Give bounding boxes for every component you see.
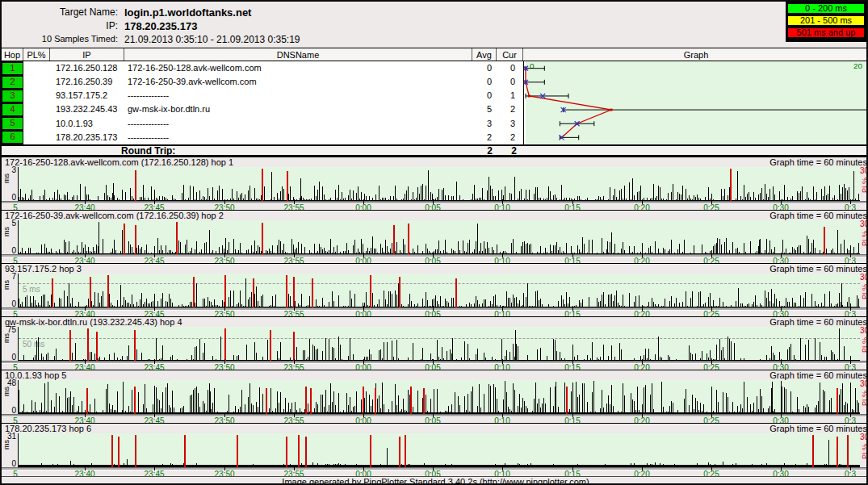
dns-cell: -------------- [124,89,472,102]
panel-plot-area: 48ms030PL% [2,380,868,414]
hop-number-cell: 6 [2,131,23,144]
dns-cell: -------------- [124,131,472,144]
column-header-avg: Avg [472,48,497,61]
packet-loss-cell [23,102,50,116]
packet-loss-cell [23,117,50,131]
footer-credit: Image generated by PingPlotter Standard … [2,476,868,485]
hop-number: 3 [2,90,23,102]
panel-title: 172-16-250-39.avk-wellcom.com (172.16.25… [5,211,224,220]
panel-title-band: 10.0.1.93 hop 5Graph time = 60 minutes [2,370,868,380]
avg-cell: 0 [472,75,497,89]
packet-loss-cell [23,61,50,75]
latency-chart [2,220,868,254]
hop-number-cell: 3 [2,89,23,102]
latency-chart [2,274,868,307]
report-header: Target Name: login.p1.worldoftanks.net I… [2,2,789,46]
target-name-value: login.p1.worldoftanks.net [124,6,251,19]
pingplotter-report-window: Target Name: login.p1.worldoftanks.net I… [0,0,868,485]
hop-panel: 93.157.175.2 hop 3Graph time = 60 minute… [2,263,868,316]
column-header-cur: Cur [497,48,523,61]
column-header-pl: PL% [23,48,50,61]
graph-time-label: Graph time = 60 minutes [769,317,867,327]
panel-title: 172-16-250-128.avk-wellcom.com (172.16.2… [5,157,233,167]
panel-plot-area: 7ms030PL%5 ms [2,274,868,307]
avg-cell: 0 [472,61,497,75]
avg-cell: 3 [472,117,497,131]
panel-title-band: 93.157.175.2 hop 3Graph time = 60 minute… [2,264,868,274]
trace-summary-graph: 020 [523,61,868,144]
hop-panel: 178.20.235.173 hop 6Graph time = 60 minu… [2,423,868,476]
column-header-hop: Hop [2,48,23,61]
cur-cell: 2 [497,131,523,144]
panel-title-band: 172-16-250-39.avk-wellcom.com (172.16.25… [2,211,868,220]
hop-number: 6 [2,132,23,143]
mini-scale-min: 0 [530,61,535,70]
panel-title: 178.20.235.173 hop 6 [5,424,91,433]
latency-chart [2,167,868,201]
panel-plot-area: 75ms030PL%50 ms [2,327,868,361]
panel-plot-area: 3ms030PL% [2,167,868,201]
ip-cell: 93.157.175.2 [50,89,124,102]
round-trip-label: Round Trip: [121,146,175,156]
column-header-graph: Graph [523,48,868,61]
ip-value: 178.20.235.173 [124,20,197,32]
hop-panel: gw-msk-ix-bor.dtln.ru (193.232.245.43) h… [2,316,868,370]
target-name-label: Target Name: [2,6,124,19]
dns-cell: -------------- [124,117,472,131]
graph-time-label: Graph time = 60 minutes [769,211,867,220]
hop-number-cell: 4 [2,102,23,116]
ip-cell: 193.232.245.43 [50,102,124,116]
panel-title-band: 172-16-250-128.avk-wellcom.com (172.16.2… [2,157,868,167]
round-trip-row: Round Trip: 2 2 [2,144,868,157]
hop-timeline-panels: 172-16-250-128.avk-wellcom.com (172.16.2… [2,157,868,476]
table-header-row: HopPL%IPDNSNameAvgCurGraph [2,48,868,61]
latency-chart [2,327,868,361]
graph-time-label: Graph time = 60 minutes [769,264,867,274]
hop-number-cell: 5 [2,117,23,131]
cur-cell: 1 [497,89,523,102]
panel-title-band: 178.20.235.173 hop 6Graph time = 60 minu… [2,424,868,433]
packet-loss-cell [23,75,50,89]
hop-number-cell: 1 [2,61,23,75]
samples-value: 21.09.2013 0:35:10 - 21.09.2013 0:35:19 [124,34,300,45]
cur-cell: 0 [497,61,523,75]
hop-number: 1 [2,63,23,74]
avg-cell: 0 [472,89,497,102]
cur-cell: 3 [497,117,523,131]
column-header-ip: IP [50,48,124,61]
hop-rows: 020 1172.16.250.128172-16-250-128.avk-we… [2,61,868,144]
ip-label: IP: [2,20,124,32]
hop-panel: 172-16-250-39.avk-wellcom.com (172.16.25… [2,210,868,263]
ip-cell: 172.16.250.39 [50,75,124,89]
avg-cell: 2 [472,131,497,144]
latency-legend: 0 - 200 ms201 - 500 ms501 ms and up [786,2,866,42]
hop-number: 5 [2,118,23,129]
panel-plot-area: 31ms030PL% [2,433,868,467]
panel-title-band: gw-msk-ix-bor.dtln.ru (193.232.245.43) h… [2,317,868,327]
ip-cell: 178.20.235.173 [50,131,124,144]
cur-cell: 0 [497,75,523,89]
hop-panel: 10.0.1.93 hop 5Graph time = 60 minutes48… [2,370,868,423]
hop-panel: 172-16-250-128.avk-wellcom.com (172.16.2… [2,157,868,210]
legend-item: 501 ms and up [787,27,865,38]
dns-cell: 172-16-250-128.avk-wellcom.com [124,61,472,75]
avg-cell: 5 [472,102,497,116]
legend-item: 0 - 200 ms [787,3,865,14]
panel-title: 93.157.175.2 hop 3 [5,264,82,274]
ip-cell: 10.0.1.93 [50,117,124,131]
hop-number-cell: 2 [2,75,23,89]
graph-time-label: Graph time = 60 minutes [769,424,867,433]
round-trip-avg: 2 [472,145,493,157]
graph-time-label: Graph time = 60 minutes [769,157,867,167]
hop-table: HopPL%IPDNSNameAvgCurGraph 020 1172.16.2… [2,48,868,157]
packet-loss-cell [23,89,50,102]
cur-cell: 2 [497,102,523,116]
round-trip-cur: 2 [497,145,517,157]
hop-number: 2 [2,77,23,88]
dns-cell: 172-16-250-39.avk-wellcom.com [124,75,472,89]
panel-title: gw-msk-ix-bor.dtln.ru (193.232.245.43) h… [5,317,182,327]
dns-cell: gw-msk-ix-bor.dtln.ru [124,102,472,116]
packet-loss-cell [23,131,50,144]
panel-plot-area: 5ms030PL% [2,220,868,254]
legend-item: 201 - 500 ms [787,15,865,26]
